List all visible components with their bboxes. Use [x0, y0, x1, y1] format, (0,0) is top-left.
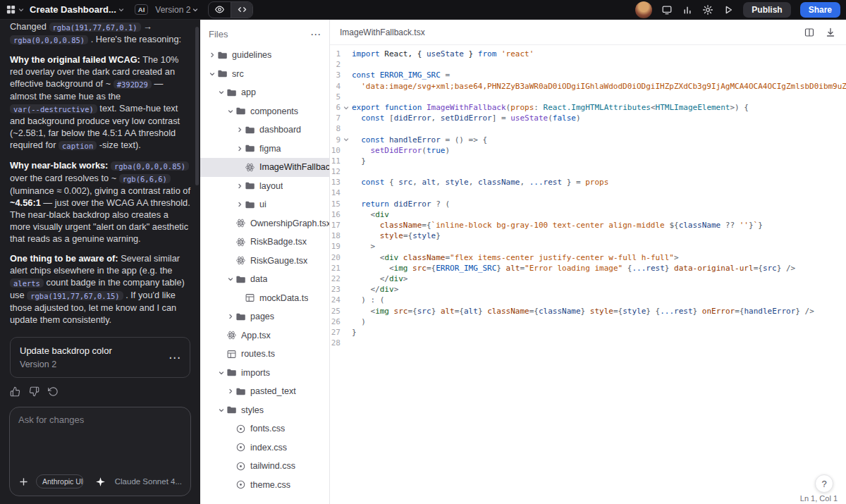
code-line: 18 style={style}: [330, 231, 846, 241]
tree-item-dashboard[interactable]: dashboard: [200, 121, 329, 140]
gutter-spacer: [341, 295, 352, 305]
code-line: 13 const { src, alt, style, className, .…: [330, 177, 846, 188]
monitor-icon: [661, 4, 673, 16]
gutter-spacer: [341, 113, 352, 123]
tree-item-ownershipgraph-tsx[interactable]: OwnershipGraph.tsx: [200, 214, 329, 233]
tree-item-data[interactable]: data: [200, 270, 329, 289]
files-header: Files ⋯: [200, 20, 329, 46]
tree-item-src[interactable]: src: [200, 65, 329, 84]
monitor-button[interactable]: [661, 4, 673, 16]
code-line: 1import React, { useState } from 'react': [330, 49, 846, 59]
code-text: }: [352, 156, 366, 166]
gutter-spacer: [341, 209, 352, 220]
help-button[interactable]: ?: [815, 474, 833, 493]
chat-scroll[interactable]: Changed rgba(191,77,67,0.1) →rgba(0,0,0,…: [0, 20, 200, 400]
line-number: 15: [330, 199, 341, 209]
tree-item-routes-ts[interactable]: routes.ts: [200, 345, 329, 364]
react-icon: [226, 330, 237, 340]
chat-scrollbar[interactable]: [195, 27, 199, 185]
add-attachment-button[interactable]: [18, 477, 29, 487]
react-icon: [235, 218, 246, 228]
chevron-down-icon[interactable]: [18, 7, 24, 13]
version-selector[interactable]: Version 2: [155, 5, 198, 15]
version-card-version: Version 2: [20, 359, 112, 369]
chat-paragraph: Why the original failed WCAG: The 10% re…: [10, 54, 190, 152]
code-line: 17 className={`inline-block bg-gray-100 …: [330, 220, 846, 231]
gutter-spacer: [341, 284, 352, 295]
feedback-row: [10, 378, 190, 400]
line-number: 7: [330, 113, 341, 123]
version-card-menu-button[interactable]: ⋯: [168, 352, 180, 364]
folder-icon: [235, 106, 246, 116]
tree-item-layout[interactable]: layout: [200, 177, 329, 196]
chat-messages: Changed rgba(191,77,67,0.1) →rgba(0,0,0,…: [10, 20, 190, 326]
app-logo-icon[interactable]: [6, 4, 16, 15]
editor-header: ImageWithFallback.tsx: [330, 20, 846, 45]
folder-icon: [245, 143, 255, 154]
tree-item-theme-css[interactable]: theme.css: [200, 476, 329, 495]
tree-item-guidelines[interactable]: guidelines: [200, 46, 329, 65]
fold-chevron-icon[interactable]: [341, 135, 352, 145]
run-button[interactable]: [723, 4, 734, 16]
tree-item-tailwind-css[interactable]: tailwind.css: [200, 457, 329, 476]
project-title[interactable]: Create Dashboard...: [30, 4, 116, 15]
tree-item-app[interactable]: app: [200, 83, 329, 102]
tree-item-components[interactable]: components: [200, 102, 329, 121]
tree-item-mockdata-ts[interactable]: mockData.ts: [200, 289, 329, 308]
publish-button[interactable]: Publish: [743, 2, 790, 18]
code-text: </div>: [352, 284, 398, 295]
chart-button[interactable]: [682, 4, 693, 16]
editor-panel: ImageWithFallback.tsx 1import React, { u…: [330, 20, 846, 504]
chat-paragraph: Changed rgba(191,77,67,0.1) →rgba(0,0,0,…: [10, 20, 190, 46]
tree-item-imports[interactable]: imports: [200, 364, 329, 383]
chevron-down-icon: [192, 7, 198, 13]
line-number: 10: [330, 145, 341, 156]
gutter-spacer: [341, 220, 352, 231]
version-card[interactable]: Update backdrop color Version 2 ⋯: [10, 337, 190, 378]
sparkle-icon[interactable]: [95, 477, 106, 487]
folder-icon: [235, 274, 246, 285]
code-line: 28: [330, 338, 846, 348]
files-menu-button[interactable]: ⋯: [310, 29, 321, 39]
split-view-icon: [804, 27, 815, 38]
tree-item-styles[interactable]: styles: [200, 401, 329, 420]
folder-icon: [235, 386, 246, 397]
thumbs-up-button[interactable]: [10, 386, 20, 397]
context-pill[interactable]: Anthropic UI...: [36, 474, 84, 488]
file-label: App.tsx: [241, 331, 271, 340]
model-selector[interactable]: Claude Sonnet 4...: [115, 477, 182, 486]
tree-item-ui[interactable]: ui: [200, 195, 329, 214]
gutter-spacer: [341, 199, 352, 209]
thumbs-down-button[interactable]: [29, 386, 39, 397]
folder-icon: [245, 199, 255, 210]
retry-button[interactable]: [48, 386, 59, 397]
line-number: 28: [330, 338, 341, 348]
tree-item-index-css[interactable]: index.css: [200, 438, 329, 457]
tree-item-imagewithfallback-t[interactable]: ImageWithFallback.t: [200, 158, 329, 177]
gutter-spacer: [341, 338, 352, 348]
fold-chevron-icon[interactable]: [341, 102, 352, 113]
tree-item-app-tsx[interactable]: App.tsx: [200, 326, 329, 345]
chat-input[interactable]: [18, 414, 182, 474]
download-button[interactable]: [825, 27, 836, 38]
split-view-button[interactable]: [804, 27, 815, 38]
tree-item-pasted-text[interactable]: pasted_text: [200, 382, 329, 401]
code-view-button[interactable]: [231, 2, 252, 18]
file-label: layout: [259, 181, 283, 191]
share-button[interactable]: Share: [800, 2, 840, 18]
inline-code-chip: rgb(6,6,6): [119, 174, 171, 183]
react-icon: [245, 162, 255, 173]
tree-item-riskgauge-tsx[interactable]: RiskGauge.tsx: [200, 252, 329, 271]
settings-button[interactable]: [702, 4, 713, 16]
preview-eye-button[interactable]: [209, 2, 231, 18]
tree-item-pages[interactable]: pages: [200, 307, 329, 326]
chevron-down-icon[interactable]: [118, 7, 124, 13]
tree-item-riskbadge-tsx[interactable]: RiskBadge.tsx: [200, 233, 329, 252]
tree-item-figma[interactable]: figma: [200, 140, 329, 159]
file-label: OwnershipGraph.tsx: [250, 219, 329, 228]
main-body: Changed rgba(191,77,67,0.1) →rgba(0,0,0,…: [0, 20, 846, 504]
tree-item-fonts-css[interactable]: fonts.css: [200, 419, 329, 438]
file-label: pasted_text: [250, 386, 296, 396]
user-avatar[interactable]: [635, 1, 652, 18]
code-area[interactable]: 1import React, { useState } from 'react'…: [330, 45, 846, 504]
